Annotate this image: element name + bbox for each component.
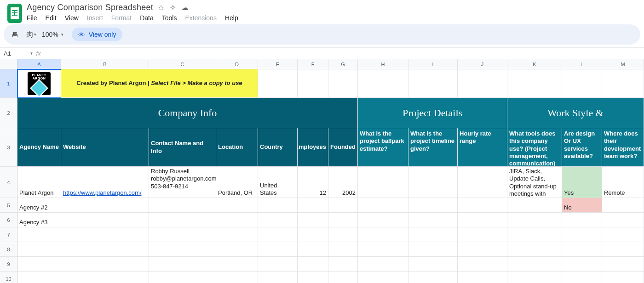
header-F[interactable]: Employees [298, 128, 328, 167]
menu-data[interactable]: Data [140, 14, 154, 22]
header-D[interactable]: Location [216, 128, 258, 167]
cell[interactable] [458, 69, 507, 98]
menu-help[interactable]: Help [225, 14, 238, 22]
cell-M6[interactable] [602, 213, 644, 227]
header-G[interactable]: Founded [328, 128, 358, 167]
cell-H5[interactable] [358, 198, 408, 213]
cell-B4[interactable]: https://www.planetargon.com/ [61, 167, 149, 198]
row-head-2[interactable]: 2 [0, 98, 17, 128]
select-all-corner[interactable] [0, 59, 17, 69]
view-only-pill[interactable]: 👁 View only [72, 28, 123, 41]
move-icon[interactable]: ✧ [170, 3, 176, 12]
row-head-7[interactable]: 7 [0, 227, 17, 242]
cell-I5[interactable] [408, 198, 458, 213]
cell[interactable] [408, 272, 458, 283]
cell-D4[interactable]: Portland, OR [216, 167, 258, 198]
cell-M4[interactable]: Remote [602, 167, 644, 198]
cell-B6[interactable] [61, 213, 149, 227]
cell[interactable] [358, 257, 408, 272]
cell-C5[interactable] [149, 198, 216, 213]
cell[interactable] [149, 272, 216, 283]
header-B[interactable]: Website [61, 128, 149, 167]
cell-E4[interactable]: United States [258, 167, 298, 198]
cell-J5[interactable] [458, 198, 507, 213]
cell-D6[interactable] [216, 213, 258, 227]
row-head-10[interactable]: 10 [0, 272, 17, 283]
cell-I4[interactable] [408, 167, 458, 198]
cell-C6[interactable] [149, 213, 216, 227]
cell[interactable] [17, 272, 61, 283]
cell[interactable] [328, 272, 358, 283]
cell-L4[interactable]: Yes [562, 167, 602, 198]
cell[interactable] [17, 257, 61, 272]
header-K[interactable]: What tools does this company use? (Proje… [507, 128, 562, 167]
row-head-5[interactable]: 5 [0, 198, 17, 213]
cell-K4[interactable]: JIRA, Slack, Update Calls, Optional stan… [507, 167, 562, 198]
cell-L5[interactable]: No [562, 198, 602, 213]
row-head-8[interactable]: 8 [0, 242, 17, 257]
section-work-style[interactable]: Work Style & [507, 98, 644, 128]
menu-file[interactable]: File [27, 14, 37, 22]
cell[interactable] [258, 227, 298, 242]
cell[interactable] [408, 242, 458, 257]
col-head-E[interactable]: E [258, 59, 298, 69]
banner-created-by[interactable]: Created by Planet Argon | Select File > … [61, 69, 258, 98]
col-head-F[interactable]: F [298, 59, 328, 69]
zoom-select[interactable]: 100% ▾ [42, 31, 63, 38]
cell[interactable] [17, 227, 61, 242]
cell[interactable] [149, 242, 216, 257]
cell[interactable] [328, 69, 358, 98]
cell-H6[interactable] [358, 213, 408, 227]
row-head-6[interactable]: 6 [0, 213, 17, 227]
cell[interactable] [408, 257, 458, 272]
cell-M5[interactable] [602, 198, 644, 213]
cell-G6[interactable] [328, 213, 358, 227]
cell[interactable] [602, 227, 644, 242]
filter-icon[interactable]: ⾁ [25, 30, 34, 39]
menu-tools[interactable]: Tools [162, 14, 177, 22]
cell[interactable] [562, 272, 602, 283]
cell[interactable] [507, 227, 562, 242]
col-head-J[interactable]: J [458, 59, 507, 69]
cell[interactable] [298, 227, 328, 242]
cell[interactable] [216, 257, 258, 272]
cell[interactable] [562, 242, 602, 257]
cell[interactable] [507, 257, 562, 272]
cell-E5[interactable] [258, 198, 298, 213]
header-H[interactable]: What is the project ballpark estimate? [358, 128, 408, 167]
header-E[interactable]: Country [258, 128, 298, 167]
col-head-H[interactable]: H [358, 59, 408, 69]
cell[interactable] [328, 227, 358, 242]
cell-F6[interactable] [298, 213, 328, 227]
cell[interactable] [602, 257, 644, 272]
cell[interactable] [458, 227, 507, 242]
cell-K6[interactable] [507, 213, 562, 227]
cell[interactable] [149, 257, 216, 272]
cell-B5[interactable] [61, 198, 149, 213]
cell[interactable] [562, 257, 602, 272]
cell-H4[interactable] [358, 167, 408, 198]
row-head-4[interactable]: 4 [0, 167, 17, 198]
cell-G4[interactable]: 2002 [328, 167, 358, 198]
doc-title[interactable]: Agency Comparison Spreadsheet [27, 3, 153, 12]
cell-I6[interactable] [408, 213, 458, 227]
cell-F4[interactable]: 12 [298, 167, 328, 198]
cell[interactable] [298, 257, 328, 272]
cell-E6[interactable] [258, 213, 298, 227]
cell-A4[interactable]: Planet Argon [17, 167, 61, 198]
cell[interactable] [562, 227, 602, 242]
cell[interactable] [358, 227, 408, 242]
col-head-K[interactable]: K [507, 59, 562, 69]
header-I[interactable]: What is the project timeline given? [408, 128, 458, 167]
cell-A1[interactable]: PLANETARGON [17, 69, 61, 98]
cell[interactable] [507, 242, 562, 257]
section-company-info[interactable]: Company Info [17, 98, 358, 128]
cell[interactable] [507, 272, 562, 283]
cell[interactable] [61, 242, 149, 257]
col-head-M[interactable]: M [602, 59, 644, 69]
cloud-icon[interactable]: ☁ [181, 3, 189, 12]
menu-extensions[interactable]: Extensions [185, 14, 216, 22]
row-head-1[interactable]: 1 [0, 69, 17, 98]
sheets-logo[interactable] [7, 4, 22, 23]
cell[interactable] [298, 242, 328, 257]
